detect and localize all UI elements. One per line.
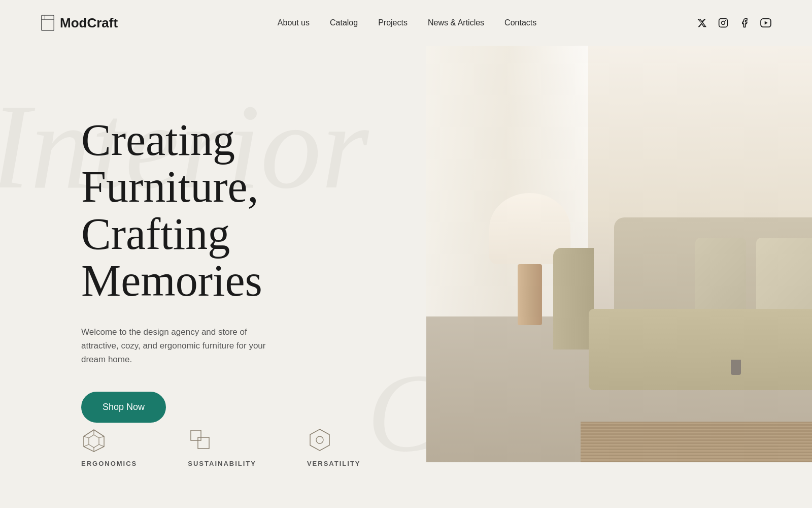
instagram-icon[interactable] bbox=[718, 17, 729, 28]
svg-line-15 bbox=[84, 436, 89, 438]
sustainability-icon bbox=[188, 427, 213, 453]
hero-subtitle: Welcome to the design agency and store o… bbox=[81, 325, 284, 367]
main-nav: About us Catalog Projects News & Article… bbox=[278, 18, 536, 27]
hero-content: Creating Furniture, Crafting Memories We… bbox=[0, 46, 386, 423]
versatility-icon bbox=[307, 427, 332, 453]
svg-point-5 bbox=[725, 20, 726, 21]
hero-title-line2: Crafting Memories bbox=[81, 209, 262, 305]
nav-news[interactable]: News & Articles bbox=[428, 18, 484, 27]
svg-rect-16 bbox=[191, 430, 201, 440]
header: ModCraft About us Catalog Projects News … bbox=[0, 0, 812, 46]
rug bbox=[581, 422, 812, 462]
svg-line-12 bbox=[99, 444, 104, 447]
nav-projects[interactable]: Projects bbox=[378, 18, 408, 27]
svg-rect-17 bbox=[198, 437, 209, 449]
features-row: ERGONOMICS SUSTAINABILITY VERSATILITY bbox=[81, 427, 361, 467]
hero-title: Creating Furniture, Crafting Memories bbox=[81, 117, 386, 305]
feature-sustainability: SUSTAINABILITY bbox=[188, 427, 256, 467]
svg-marker-18 bbox=[310, 429, 329, 451]
svg-rect-3 bbox=[719, 19, 728, 27]
hero-title-line1: Creating Furniture, bbox=[81, 115, 259, 211]
logo-text: ModCraft bbox=[60, 15, 118, 31]
sofa-arm bbox=[553, 248, 594, 350]
sofa bbox=[553, 217, 812, 421]
social-icons bbox=[696, 17, 771, 28]
sofa-leg-2 bbox=[731, 360, 741, 375]
svg-marker-7 bbox=[765, 21, 768, 24]
sofa-cushion-2 bbox=[695, 238, 746, 319]
svg-line-14 bbox=[84, 444, 89, 447]
hero-image bbox=[426, 46, 812, 462]
furniture-scene bbox=[426, 46, 812, 462]
nav-contacts[interactable]: Contacts bbox=[504, 18, 536, 27]
shop-now-button[interactable]: Shop Now bbox=[81, 392, 166, 423]
logo[interactable]: ModCraft bbox=[41, 15, 118, 31]
svg-line-11 bbox=[99, 436, 104, 438]
youtube-icon[interactable] bbox=[760, 17, 771, 28]
twitter-icon[interactable] bbox=[696, 17, 707, 28]
lamp-stem bbox=[518, 264, 542, 325]
versatility-label: VERSATILITY bbox=[307, 460, 361, 467]
svg-marker-9 bbox=[89, 435, 99, 448]
feature-versatility: VERSATILITY bbox=[307, 427, 361, 467]
logo-icon bbox=[41, 15, 55, 31]
nav-about[interactable]: About us bbox=[278, 18, 310, 27]
sustainability-label: SUSTAINABILITY bbox=[188, 460, 256, 467]
svg-point-19 bbox=[316, 436, 323, 443]
sofa-seat bbox=[589, 309, 812, 390]
facebook-icon[interactable] bbox=[739, 17, 750, 28]
feature-ergonomics: ERGONOMICS bbox=[81, 427, 137, 467]
hero-section: Interior Collection Creating Furniture, … bbox=[0, 46, 812, 508]
svg-point-4 bbox=[722, 21, 725, 25]
ergonomics-icon bbox=[81, 427, 107, 453]
nav-catalog[interactable]: Catalog bbox=[330, 18, 358, 27]
ergonomics-label: ERGONOMICS bbox=[81, 460, 137, 467]
svg-rect-0 bbox=[42, 15, 54, 30]
